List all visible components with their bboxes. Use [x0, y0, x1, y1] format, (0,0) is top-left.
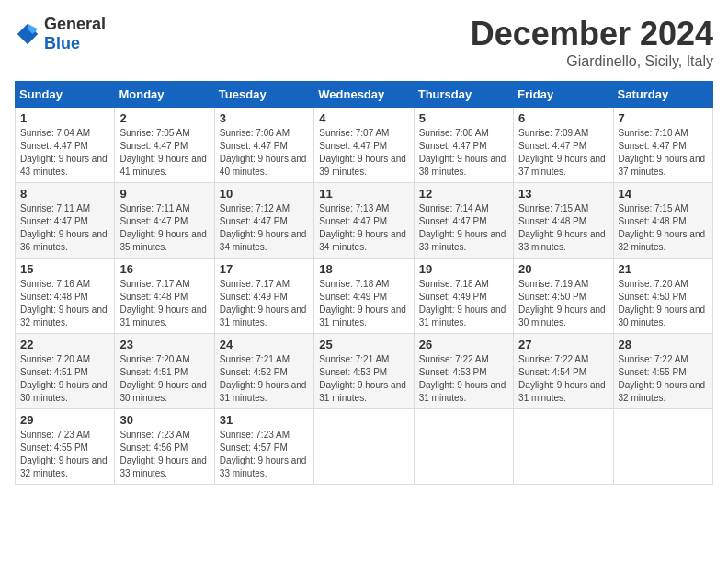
day-number: 1 — [20, 111, 109, 125]
day-number: 23 — [119, 338, 209, 351]
calendar-table: SundayMondayTuesdayWednesdayThursdayFrid… — [15, 81, 713, 485]
calendar-cell: 1Sunrise: 7:04 AMSunset: 4:47 PMDaylight… — [16, 108, 115, 183]
calendar-cell: 3Sunrise: 7:06 AMSunset: 4:47 PMDaylight… — [214, 108, 313, 183]
calendar-cell: 25Sunrise: 7:21 AMSunset: 4:53 PMDayligh… — [314, 334, 414, 409]
day-number: 3 — [220, 111, 309, 125]
day-info: Sunrise: 7:09 AMSunset: 4:47 PMDaylight:… — [518, 127, 608, 178]
day-info: Sunrise: 7:11 AMSunset: 4:47 PMDaylight:… — [20, 202, 109, 254]
calendar-cell: 30Sunrise: 7:23 AMSunset: 4:56 PMDayligh… — [115, 409, 214, 485]
header-monday: Monday — [115, 82, 214, 108]
calendar-subtitle: Giardinello, Sicily, Italy — [471, 53, 713, 70]
calendar-cell: 11Sunrise: 7:13 AMSunset: 4:47 PMDayligh… — [314, 183, 414, 259]
calendar-header-row: SundayMondayTuesdayWednesdayThursdayFrid… — [16, 82, 713, 108]
calendar-cell: 18Sunrise: 7:18 AMSunset: 4:49 PMDayligh… — [314, 259, 414, 334]
day-number: 24 — [220, 338, 309, 351]
calendar-cell: 19Sunrise: 7:18 AMSunset: 4:49 PMDayligh… — [414, 259, 513, 334]
day-info: Sunrise: 7:04 AMSunset: 4:47 PMDaylight:… — [20, 127, 109, 178]
logo-general: General — [44, 15, 106, 33]
header-friday: Friday — [514, 82, 613, 108]
day-number: 31 — [220, 413, 309, 427]
day-info: Sunrise: 7:16 AMSunset: 4:48 PMDaylight:… — [20, 278, 109, 329]
calendar-cell: 22Sunrise: 7:20 AMSunset: 4:51 PMDayligh… — [16, 334, 115, 409]
day-info: Sunrise: 7:22 AMSunset: 4:55 PMDaylight:… — [619, 353, 708, 405]
day-info: Sunrise: 7:05 AMSunset: 4:47 PMDaylight:… — [119, 127, 209, 178]
week-row-3: 15Sunrise: 7:16 AMSunset: 4:48 PMDayligh… — [16, 259, 713, 334]
day-number: 7 — [619, 111, 708, 125]
day-info: Sunrise: 7:21 AMSunset: 4:53 PMDaylight:… — [319, 353, 408, 405]
day-info: Sunrise: 7:23 AMSunset: 4:56 PMDaylight:… — [119, 429, 209, 480]
calendar-cell: 7Sunrise: 7:10 AMSunset: 4:47 PMDaylight… — [613, 108, 712, 183]
header-wednesday: Wednesday — [314, 82, 414, 108]
week-row-4: 22Sunrise: 7:20 AMSunset: 4:51 PMDayligh… — [16, 334, 713, 409]
calendar-cell — [314, 409, 414, 485]
calendar-cell: 23Sunrise: 7:20 AMSunset: 4:51 PMDayligh… — [115, 334, 214, 409]
day-number: 11 — [319, 187, 408, 201]
day-number: 10 — [220, 187, 309, 201]
calendar-cell: 6Sunrise: 7:09 AMSunset: 4:47 PMDaylight… — [514, 108, 613, 183]
day-info: Sunrise: 7:20 AMSunset: 4:51 PMDaylight:… — [20, 353, 109, 405]
day-number: 29 — [20, 413, 109, 427]
day-number: 15 — [20, 262, 109, 276]
day-info: Sunrise: 7:19 AMSunset: 4:50 PMDaylight:… — [518, 278, 608, 329]
header-tuesday: Tuesday — [214, 82, 313, 108]
day-info: Sunrise: 7:13 AMSunset: 4:47 PMDaylight:… — [319, 202, 408, 254]
calendar-cell: 31Sunrise: 7:23 AMSunset: 4:57 PMDayligh… — [214, 409, 313, 485]
logo: General Blue — [15, 15, 106, 53]
day-number: 19 — [419, 262, 508, 276]
day-info: Sunrise: 7:23 AMSunset: 4:57 PMDaylight:… — [220, 429, 309, 480]
day-number: 25 — [319, 338, 408, 351]
week-row-2: 8Sunrise: 7:11 AMSunset: 4:47 PMDaylight… — [16, 183, 713, 259]
day-info: Sunrise: 7:08 AMSunset: 4:47 PMDaylight:… — [419, 127, 508, 178]
calendar-cell: 4Sunrise: 7:07 AMSunset: 4:47 PMDaylight… — [314, 108, 414, 183]
day-number: 9 — [119, 187, 209, 201]
day-info: Sunrise: 7:06 AMSunset: 4:47 PMDaylight:… — [220, 127, 309, 178]
day-number: 18 — [319, 262, 408, 276]
calendar-cell: 12Sunrise: 7:14 AMSunset: 4:47 PMDayligh… — [414, 183, 513, 259]
calendar-cell: 27Sunrise: 7:22 AMSunset: 4:54 PMDayligh… — [514, 334, 613, 409]
day-number: 20 — [518, 262, 608, 276]
day-info: Sunrise: 7:20 AMSunset: 4:51 PMDaylight:… — [119, 353, 209, 405]
day-number: 26 — [419, 338, 508, 351]
day-number: 30 — [119, 413, 209, 427]
calendar-title: December 2024 — [471, 15, 713, 53]
day-number: 22 — [20, 338, 109, 351]
calendar-cell: 29Sunrise: 7:23 AMSunset: 4:55 PMDayligh… — [16, 409, 115, 485]
day-number: 5 — [419, 111, 508, 125]
calendar-cell: 15Sunrise: 7:16 AMSunset: 4:48 PMDayligh… — [16, 259, 115, 334]
header-saturday: Saturday — [613, 82, 712, 108]
calendar-cell — [514, 409, 613, 485]
week-row-1: 1Sunrise: 7:04 AMSunset: 4:47 PMDaylight… — [16, 108, 713, 183]
logo-icon — [15, 21, 40, 47]
day-info: Sunrise: 7:22 AMSunset: 4:54 PMDaylight:… — [518, 353, 608, 405]
calendar-cell: 14Sunrise: 7:15 AMSunset: 4:48 PMDayligh… — [613, 183, 712, 259]
calendar-cell: 24Sunrise: 7:21 AMSunset: 4:52 PMDayligh… — [214, 334, 313, 409]
day-info: Sunrise: 7:18 AMSunset: 4:49 PMDaylight:… — [319, 278, 408, 329]
calendar-cell: 17Sunrise: 7:17 AMSunset: 4:49 PMDayligh… — [214, 259, 313, 334]
day-number: 28 — [619, 338, 708, 351]
day-info: Sunrise: 7:17 AMSunset: 4:49 PMDaylight:… — [220, 278, 309, 329]
calendar-cell: 10Sunrise: 7:12 AMSunset: 4:47 PMDayligh… — [214, 183, 313, 259]
day-info: Sunrise: 7:22 AMSunset: 4:53 PMDaylight:… — [419, 353, 508, 405]
title-area: December 2024 Giardinello, Sicily, Italy — [471, 15, 713, 70]
day-number: 4 — [319, 111, 408, 125]
calendar-cell: 26Sunrise: 7:22 AMSunset: 4:53 PMDayligh… — [414, 334, 513, 409]
day-number: 2 — [119, 111, 209, 125]
week-row-5: 29Sunrise: 7:23 AMSunset: 4:55 PMDayligh… — [16, 409, 713, 485]
day-info: Sunrise: 7:07 AMSunset: 4:47 PMDaylight:… — [319, 127, 408, 178]
header-sunday: Sunday — [16, 82, 115, 108]
day-info: Sunrise: 7:17 AMSunset: 4:48 PMDaylight:… — [119, 278, 209, 329]
day-number: 13 — [518, 187, 608, 201]
day-number: 16 — [119, 262, 209, 276]
day-number: 12 — [419, 187, 508, 201]
calendar-cell: 21Sunrise: 7:20 AMSunset: 4:50 PMDayligh… — [613, 259, 712, 334]
day-number: 27 — [518, 338, 608, 351]
header: General Blue December 2024 Giardinello, … — [15, 15, 713, 70]
day-number: 6 — [518, 111, 608, 125]
day-number: 14 — [619, 187, 708, 201]
day-info: Sunrise: 7:14 AMSunset: 4:47 PMDaylight:… — [419, 202, 508, 254]
logo-blue: Blue — [44, 34, 80, 52]
day-info: Sunrise: 7:12 AMSunset: 4:47 PMDaylight:… — [220, 202, 309, 254]
calendar-cell — [613, 409, 712, 485]
calendar-cell: 28Sunrise: 7:22 AMSunset: 4:55 PMDayligh… — [613, 334, 712, 409]
calendar-cell: 13Sunrise: 7:15 AMSunset: 4:48 PMDayligh… — [514, 183, 613, 259]
